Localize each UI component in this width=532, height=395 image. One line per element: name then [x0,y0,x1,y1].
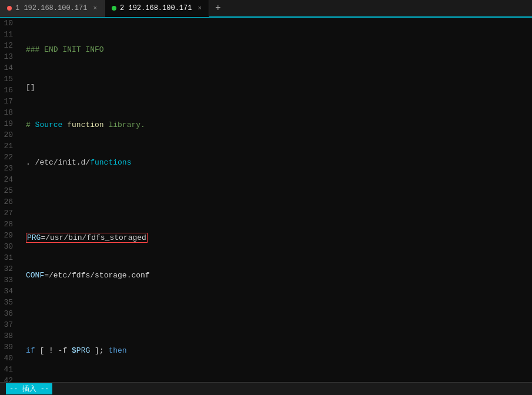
ln-27: 27 [0,207,18,219]
ln-36: 36 [0,308,18,319]
ln-37: 37 [0,319,18,330]
ln-21: 21 [0,140,18,152]
code-line-10: ### END INIT INFO [26,44,532,55]
ln-29: 29 [0,230,18,241]
ln-12: 12 [0,40,18,51]
ln-32: 32 [0,263,18,275]
ln-16: 16 [0,85,18,96]
line-numbers: 10 11 12 13 14 15 16 17 18 19 20 21 22 2… [0,18,21,395]
code-line-18: if [ ! -f $PRG ]; then [26,345,532,356]
tab-add-button[interactable]: + [209,3,227,14]
code-line-15: PRG=/usr/bin/fdfs_storaged [26,232,532,243]
ln-17: 17 [0,96,18,107]
code-container: 10 11 12 13 14 15 16 17 18 19 20 21 22 2… [0,18,532,395]
ln-25: 25 [0,185,18,196]
code-line-16: CONF=/etc/fdfs/storage.conf [26,270,532,281]
ln-39: 39 [0,342,18,353]
code-line-12: # Source function library. [26,119,532,130]
ln-22: 22 [0,152,18,163]
tab-1-dot [7,6,12,11]
ln-13: 13 [0,51,18,62]
ln-23: 23 [0,163,18,174]
tab-2-label: 2 192.168.100.171 [120,4,192,12]
ln-24: 24 [0,174,18,185]
ln-28: 28 [0,219,18,230]
ln-18: 18 [0,107,18,118]
ln-41: 41 [0,364,18,375]
ln-10: 10 [0,18,18,29]
tab-1[interactable]: 1 192.168.100.171 × [0,0,105,17]
ln-11: 11 [0,29,18,40]
ln-40: 40 [0,353,18,364]
tab-1-label: 1 192.168.100.171 [15,4,87,12]
status-bar: -- 插入 -- [0,382,532,395]
code-line-14 [26,195,532,206]
ln-33: 33 [0,275,18,286]
tab-2[interactable]: 2 192.168.100.171 × [105,0,209,17]
tab-bar: 1 192.168.100.171 × 2 192.168.100.171 × … [0,0,532,18]
ln-38: 38 [0,330,18,342]
code-line-11: [] [26,82,532,93]
tab-1-close[interactable]: × [93,5,97,12]
ln-20: 20 [0,129,18,140]
ln-19: 19 [0,118,18,129]
tab-2-dot [112,6,116,11]
ln-26: 26 [0,196,18,207]
code-editor[interactable]: ### END INIT INFO [] # Source function l… [21,18,532,395]
editor-mode-label: -- 插入 -- [6,383,52,394]
ln-31: 31 [0,252,18,263]
ln-14: 14 [0,62,18,73]
code-line-17 [26,307,532,319]
ln-30: 30 [0,241,18,252]
ln-34: 34 [0,286,18,297]
code-line-13: . /etc/init.d/functions [26,157,532,168]
ln-35: 35 [0,297,18,308]
tab-2-close[interactable]: × [198,5,202,12]
ln-15: 15 [0,73,18,85]
